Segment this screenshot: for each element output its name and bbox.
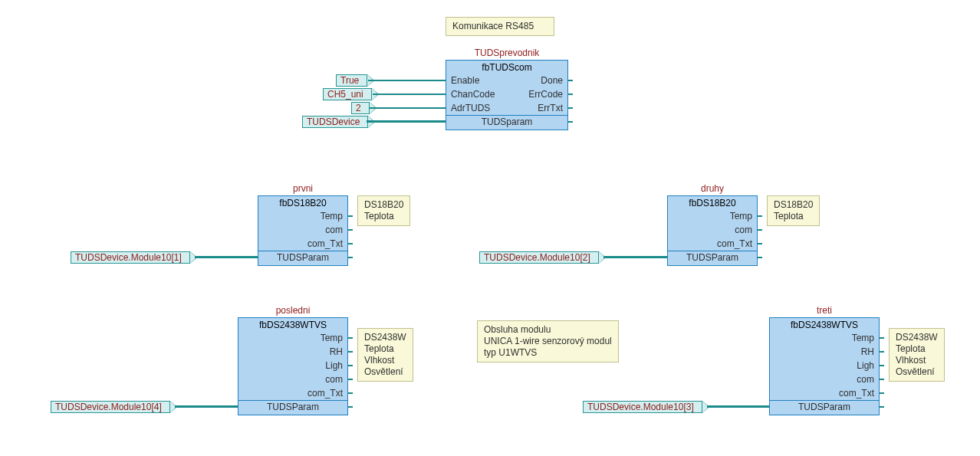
block-fbtudscom[interactable]: fbTUDScom Enable Done ChanCode ErrCode A… [446,60,568,130]
comment-ds2438w-posledni: DS2438W Teplota Vlhkost Osvětlení [357,328,413,382]
port-comtxt: com_Txt [673,238,752,249]
block-instance-label: prvni [258,183,348,194]
block-type-label: fbTUDScom [446,61,567,74]
port-comtxt: com_Txt [774,388,874,399]
port-comtxt: com_Txt [243,388,343,399]
port-rh: RH [243,346,343,357]
port-temp: Temp [673,211,752,221]
tag-module10-3[interactable]: TUDSDevice.Module10[3] [583,401,702,413]
wire [370,107,446,109]
block-prvni[interactable]: fbDS18B20 Temp com com_Txt TUDSParam [258,195,348,266]
comment-unica-module: Obsluha modulu UNICA 1-wire senzorový mo… [477,320,619,363]
diagram-canvas: { "notes": { "top": "Komunikace RS485", … [0,0,980,456]
port-temp: Temp [243,333,343,343]
pin-tick [348,406,353,408]
port-done: Done [479,75,563,86]
tag-module10-2[interactable]: TUDSDevice.Module10[2] [479,251,599,264]
block-type-label: fbDS2438WTVS [770,318,879,331]
block-type-label: fbDS2438WTVS [238,318,347,331]
pin-tick [348,392,353,394]
pin-tick [348,365,353,366]
tag-true[interactable]: True [336,74,367,87]
pin-tick [758,215,762,217]
pin-tick [348,337,353,339]
pin-tick [568,107,573,109]
block-instance-label: druhy [667,183,758,194]
port-rh: RH [774,346,874,357]
pin-tick [348,351,353,353]
block-druhy[interactable]: fbDS18B20 Temp com com_Txt TUDSParam [667,195,758,266]
pin-tick [568,93,573,95]
pin-tick [568,121,573,123]
bus-tudsparam: TUDSparam [446,115,567,130]
port-errtxt: ErrTxt [490,103,563,113]
comment-ds18b20-prvni: DS18B20 Teplota [357,195,410,226]
block-instance-label: TUDSprevodnik [446,48,568,58]
bus-tudsparam: TUDSParam [258,251,347,265]
block-posledni[interactable]: fbDS2438WTVS Temp RH Ligh com com_Txt TU… [238,317,348,415]
pin-tick [880,392,884,394]
block-type-label: fbDS18B20 [668,196,757,209]
block-instance-label: treti [769,305,880,316]
port-temp: Temp [774,333,874,343]
port-chancode: ChanCode [451,89,495,100]
tag-two[interactable]: 2 [351,102,370,114]
port-com: com [243,374,343,385]
port-adrtuds: AdrTUDS [451,103,490,113]
comment-ds18b20-druhy: DS18B20 Teplota [767,195,820,226]
port-ligh: Ligh [243,360,343,371]
wire [603,256,667,258]
port-com: com [263,225,343,235]
pin-tick [880,379,884,380]
pin-tick [880,365,884,366]
tag-module10-4[interactable]: TUDSDevice.Module10[4] [51,401,170,413]
pin-tick [348,257,353,258]
wire [707,405,769,408]
block-treti[interactable]: fbDS2438WTVS Temp RH Ligh com com_Txt TU… [769,317,880,415]
wire [367,120,446,123]
wire [195,256,258,258]
pin-tick [348,229,353,231]
comment-ds2438w-treti: DS2438W Teplota Vlhkost Osvětlení [889,328,945,382]
port-errcode: ErrCode [495,89,563,100]
pin-tick [880,337,884,339]
bus-tudsparam: TUDSParam [770,400,879,415]
pin-tick [880,351,884,353]
wire [175,405,238,408]
pin-tick [348,215,353,217]
port-com: com [774,374,874,385]
pin-tick [568,80,573,81]
bus-tudsparam: TUDSParam [238,400,347,415]
tag-ch5-uni[interactable]: CH5_uni [323,88,372,100]
tag-module10-1[interactable]: TUDSDevice.Module10[1] [71,251,190,264]
port-enable: Enable [451,75,479,86]
port-ligh: Ligh [774,360,874,371]
wire [373,93,446,95]
block-type-label: fbDS18B20 [258,196,347,209]
bus-tudsparam: TUDSParam [668,251,757,265]
pin-tick [880,406,884,408]
pin-tick [348,379,353,380]
pin-tick [758,229,762,231]
pin-tick [348,243,353,244]
port-temp: Temp [263,211,343,221]
wire [368,80,446,81]
port-comtxt: com_Txt [263,238,343,249]
pin-tick [758,257,762,258]
comment-rs485: Komunikace RS485 [446,17,554,36]
pin-tick [758,243,762,244]
block-instance-label: posledni [238,305,348,316]
port-com: com [673,225,752,235]
tag-tudsdevice[interactable]: TUDSDevice [302,116,368,128]
